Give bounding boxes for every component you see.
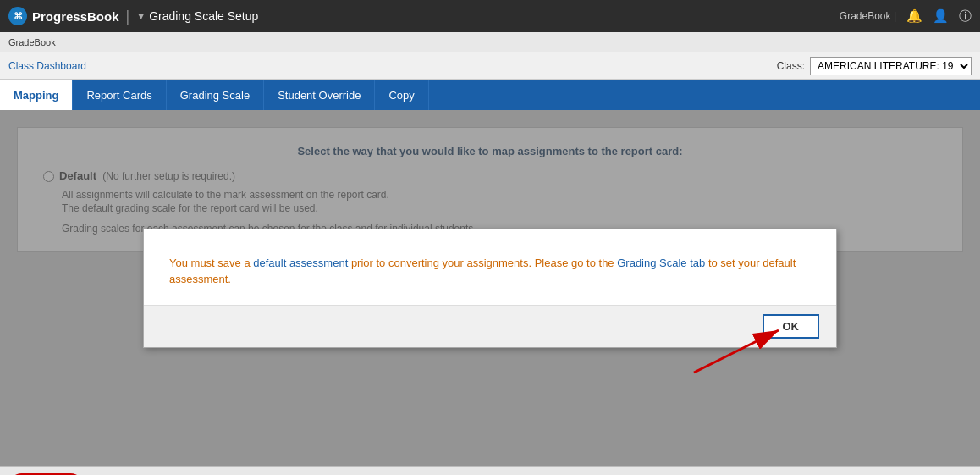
top-bar: ⌘ ProgressBook | ▼ Grading Scale Setup G… — [0, 0, 980, 32]
class-bar: Class Dashboard Class: AMERICAN LITERATU… — [0, 52, 980, 80]
tab-grading-scale[interactable]: Grading Scale — [167, 80, 264, 110]
gradebook-link[interactable]: GradeBook | — [840, 10, 896, 22]
top-right-actions: GradeBook | 🔔 👤 ⓘ — [840, 8, 972, 25]
logo: ⌘ ProgressBook — [8, 7, 119, 25]
modal-highlight-grading-scale[interactable]: Grading Scale tab — [617, 257, 705, 269]
dropdown-arrow-icon[interactable]: ▼ — [136, 11, 146, 21]
modal-text-part2: prior to converting your assignments. Pl… — [348, 257, 617, 269]
modal-box: You must save a default assessment prior… — [143, 229, 837, 348]
tab-report-cards[interactable]: Report Cards — [73, 80, 166, 110]
modal-overlay: You must save a default assessment prior… — [0, 110, 980, 466]
breadcrumb[interactable]: GradeBook — [8, 37, 56, 47]
class-select[interactable]: AMERICAN LITERATURE: 19 — [810, 57, 972, 75]
separator: | — [126, 8, 130, 25]
modal-text-part1: You must save a — [169, 257, 253, 269]
page-title: Grading Scale Setup — [149, 9, 258, 23]
tab-mapping[interactable]: Mapping — [0, 80, 73, 110]
class-dashboard-link[interactable]: Class Dashboard — [8, 60, 86, 72]
modal-highlight-default[interactable]: default assessment — [253, 257, 348, 269]
user-icon[interactable]: 👤 — [933, 8, 949, 24]
help-icon[interactable]: ⓘ — [959, 8, 972, 25]
logo-icon: ⌘ — [8, 7, 27, 25]
modal-footer: OK — [144, 305, 836, 347]
convert-bar: Convert You may need to convert your ass… — [0, 466, 980, 475]
tab-student-override[interactable]: Student Override — [264, 80, 375, 110]
modal-body: You must save a default assessment prior… — [144, 229, 836, 305]
ok-button[interactable]: OK — [763, 314, 820, 339]
modal-message: You must save a default assessment prior… — [169, 255, 811, 288]
tab-copy[interactable]: Copy — [375, 80, 428, 110]
main-content: Select the way that you would like to ma… — [0, 110, 980, 466]
bell-icon[interactable]: 🔔 — [906, 8, 922, 24]
logo-text: ProgressBook — [32, 9, 119, 24]
breadcrumb-bar: GradeBook — [0, 32, 980, 52]
class-label: Class: — [777, 60, 805, 72]
tab-nav: Mapping Report Cards Grading Scale Stude… — [0, 80, 980, 110]
